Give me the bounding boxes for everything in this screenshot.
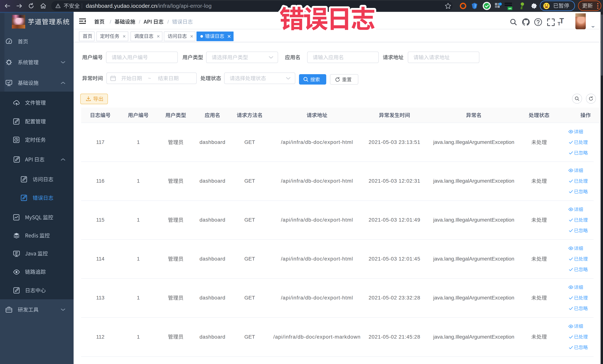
svg-text:on: on — [509, 7, 511, 10]
